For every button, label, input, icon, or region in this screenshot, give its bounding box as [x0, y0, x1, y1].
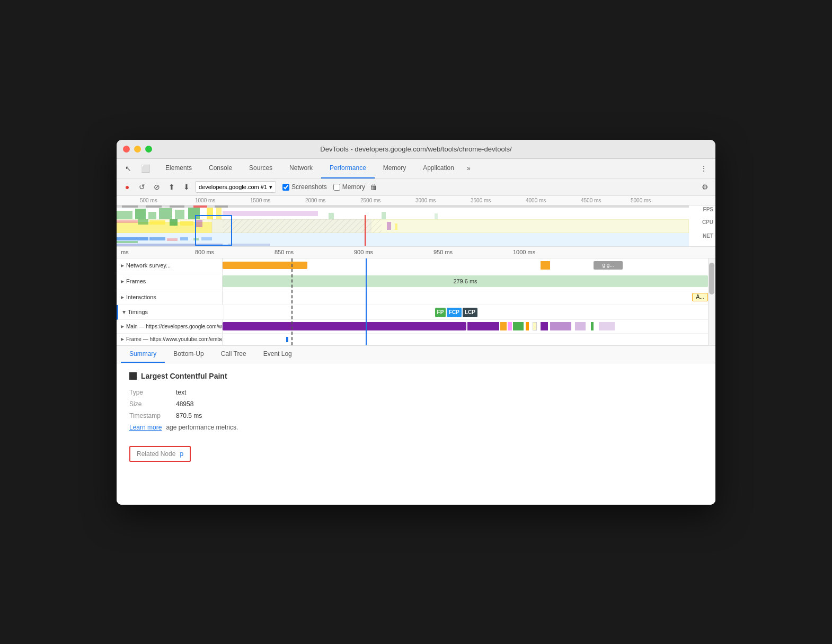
timeline-cursor	[366, 258, 367, 345]
frames-row: ▶ Frames 279.6 ms	[117, 273, 715, 290]
titlebar: DevTools - developers.google.com/web/too…	[117, 140, 715, 159]
svg-rect-2	[148, 212, 156, 219]
net-chart	[117, 233, 689, 247]
upload-button[interactable]: ⬆	[165, 181, 178, 193]
timeline-dashed-line	[291, 258, 293, 345]
ruler-label-4000: 4000 ms	[526, 198, 546, 203]
fps-label: FPS	[703, 207, 713, 212]
timestamp-value: 870.5 ms	[176, 412, 202, 419]
minimize-button[interactable]	[134, 146, 141, 153]
main-row-label[interactable]: ▶ Main — https://developers.google.com/w…	[117, 320, 223, 333]
tab-call-tree[interactable]: Call Tree	[213, 346, 255, 363]
frame-row-label[interactable]: ▶ Frame — https://www.youtube.com/embed/…	[117, 334, 223, 345]
cpu-chart	[117, 219, 689, 233]
main-bar-11	[591, 322, 594, 330]
interactions-row: ▶ Interactions A...	[117, 290, 715, 305]
tab-event-log[interactable]: Event Log	[255, 346, 300, 363]
network-row-content: g g...	[223, 258, 715, 273]
svg-rect-35	[167, 238, 178, 241]
bottom-panel: Summary Bottom-Up Call Tree Event Log La…	[117, 346, 715, 505]
timings-row: ▶ Timings FP FCP LCP	[117, 305, 715, 320]
related-node-value[interactable]: p	[180, 450, 183, 458]
network-block-2: g g...	[594, 261, 623, 270]
network-row-label[interactable]: ▶ Network survey...	[117, 258, 223, 273]
description-text: age performance metrics.	[166, 424, 238, 431]
interactions-row-label[interactable]: ▶ Interactions	[117, 290, 223, 305]
ruler-label-3000: 3000 ms	[415, 198, 436, 203]
interaction-block: A...	[692, 293, 708, 301]
tab-bottom-up[interactable]: Bottom-Up	[165, 346, 212, 363]
svg-rect-17	[215, 205, 228, 208]
lcp-marker: LCP	[463, 308, 477, 317]
scrollbar-thumb[interactable]	[709, 263, 714, 294]
url-selector[interactable]: developers.google.com #1 ▾	[195, 181, 276, 193]
memory-checkbox[interactable]	[333, 184, 340, 191]
svg-rect-27	[223, 219, 382, 233]
tab-console[interactable]: Console	[200, 158, 241, 178]
svg-rect-3	[159, 208, 172, 219]
timings-row-label[interactable]: ▶ Timings	[118, 305, 224, 319]
timeline-scrollbar[interactable]	[708, 258, 715, 345]
clear-button[interactable]: ⊘	[151, 181, 163, 193]
main-bar-3	[500, 322, 507, 330]
maximize-button[interactable]	[145, 146, 152, 153]
fp-marker: FP	[435, 308, 446, 317]
svg-rect-23	[170, 219, 178, 226]
svg-rect-13	[122, 205, 138, 208]
svg-rect-9	[329, 213, 334, 219]
network-row: ▶ Network survey... g g...	[117, 258, 715, 273]
traffic-lights	[123, 146, 152, 153]
screenshots-checkbox-group: Screenshots	[282, 183, 327, 191]
record-button[interactable]: ●	[121, 181, 134, 193]
svg-rect-6	[207, 207, 213, 219]
more-options-icon[interactable]: ⋮	[696, 161, 711, 176]
inspect-icon[interactable]: ⬜	[138, 161, 153, 176]
ruler-label-2500: 2500 ms	[360, 198, 380, 203]
tab-application[interactable]: Application	[414, 158, 463, 178]
delete-button[interactable]: 🗑	[367, 181, 380, 193]
type-label: Type	[129, 389, 172, 396]
frames-row-label[interactable]: ▶ Frames	[117, 273, 223, 290]
svg-rect-10	[382, 212, 386, 219]
cursor-icon[interactable]: ↖	[121, 161, 136, 176]
frame-row-content	[223, 334, 715, 345]
type-value: text	[176, 389, 186, 396]
frame-expand-icon[interactable]: ▶	[121, 337, 124, 342]
frames-expand-icon[interactable]: ▶	[121, 279, 124, 284]
network-expand-icon[interactable]: ▶	[121, 263, 124, 268]
cpu-label: CPU	[702, 219, 713, 225]
reload-button[interactable]: ↺	[136, 181, 148, 193]
ruler-label-500: 500 ms	[140, 198, 157, 203]
tab-memory[interactable]: Memory	[375, 158, 414, 178]
overview-red-line	[365, 215, 366, 246]
memory-checkbox-group: Memory	[333, 183, 365, 191]
nav-end: ⋮	[696, 161, 711, 176]
timings-expand-icon[interactable]: ▶	[122, 310, 127, 314]
tab-network[interactable]: Network	[281, 158, 321, 178]
more-tabs-button[interactable]: »	[463, 158, 475, 178]
tab-performance[interactable]: Performance	[321, 158, 375, 178]
related-node-box: Related Node p	[129, 446, 191, 462]
timeline-overview[interactable]: 500 ms 1000 ms 1500 ms 2000 ms 2500 ms 3…	[117, 196, 715, 247]
main-bar-1	[223, 322, 466, 330]
svg-rect-36	[180, 237, 188, 240]
summary-title: Largest Contentful Paint	[129, 372, 703, 380]
screenshots-checkbox[interactable]	[282, 184, 289, 191]
tab-summary[interactable]: Summary	[121, 346, 165, 363]
close-button[interactable]	[123, 146, 130, 153]
tab-sources[interactable]: Sources	[241, 158, 281, 178]
ruler-label-1000: 1000 ms	[195, 198, 215, 203]
interactions-expand-icon[interactable]: ▶	[121, 295, 124, 300]
detail-ruler-950: 950 ms	[433, 249, 453, 255]
download-button[interactable]: ⬇	[180, 181, 193, 193]
detail-ruler-800: 800 ms	[195, 249, 214, 255]
svg-rect-38	[201, 237, 212, 240]
main-expand-icon[interactable]: ▶	[121, 324, 124, 329]
learn-more-link[interactable]: Learn more	[129, 424, 162, 431]
svg-rect-39	[117, 244, 223, 246]
svg-rect-20	[117, 220, 138, 223]
tab-elements[interactable]: Elements	[157, 158, 200, 178]
settings-button[interactable]: ⚙	[698, 181, 711, 193]
detail-ruler-900: 900 ms	[354, 249, 373, 255]
ruler-label-4500: 4500 ms	[581, 198, 601, 203]
